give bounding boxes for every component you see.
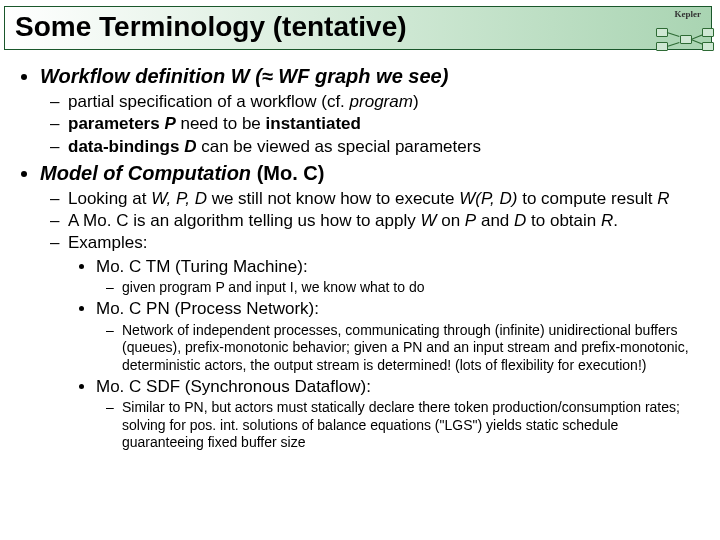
example-head: Mo. C SDF (Synchronous Dataflow): — [96, 377, 371, 396]
example-head: Mo. C PN (Process Network): — [96, 299, 319, 318]
example-detail: Similar to PN, but actors must staticall… — [122, 399, 702, 452]
sub-bullet-examples: Examples: Mo. C TM (Turing Machine): giv… — [68, 232, 702, 452]
kepler-logo-text: Kepler — [675, 9, 702, 19]
example-tm: Mo. C TM (Turing Machine): given program… — [96, 256, 702, 297]
content-area: Workflow definition W (≈ WF graph we see… — [0, 54, 720, 452]
example-pn: Mo. C PN (Process Network): Network of i… — [96, 298, 702, 374]
title-text: Some Terminology (tentative) — [15, 11, 407, 42]
sub-bullet: A Mo. C is an algorithm telling us how t… — [68, 210, 702, 231]
bullet-workflow-def: Workflow definition W (≈ WF graph we see… — [40, 64, 702, 157]
example-detail: given program P and input I, we know wha… — [122, 279, 702, 297]
kepler-logo-icon — [656, 24, 714, 54]
sub-bullet: data-bindings D can be viewed as special… — [68, 136, 702, 157]
sub-bullet: partial specification of a workflow (cf.… — [68, 91, 702, 112]
bullet-text: Workflow definition W (≈ WF graph we see… — [40, 65, 448, 87]
slide-title: Some Terminology (tentative) Kepler — [4, 6, 712, 50]
example-sdf: Mo. C SDF (Synchronous Dataflow): Simila… — [96, 376, 702, 452]
bullet-text: Model of Computation (Mo. C) — [40, 162, 324, 184]
sub-bullet: parameters P need to be instantiated — [68, 113, 702, 134]
example-detail: Network of independent processes, commun… — [122, 322, 702, 375]
sub-bullet: Looking at W, P, D we still not know how… — [68, 188, 702, 209]
bullet-moc: Model of Computation (Mo. C) Looking at … — [40, 161, 702, 452]
slide: Some Terminology (tentative) Kepler Work… — [0, 6, 720, 540]
example-head: Mo. C TM (Turing Machine): — [96, 257, 308, 276]
examples-label: Examples: — [68, 233, 147, 252]
